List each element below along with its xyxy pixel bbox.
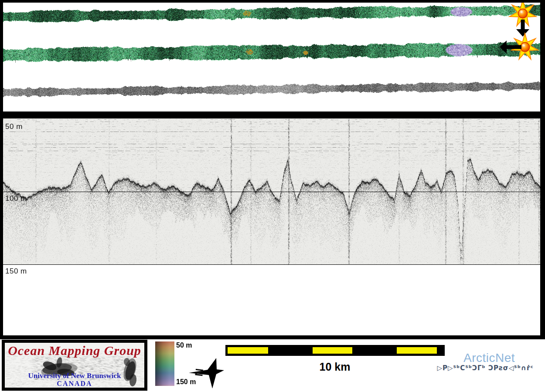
map-scale-bar (225, 345, 445, 356)
scale-bar-label: 10 km (291, 361, 378, 373)
frame-left (0, 0, 3, 339)
illumination-sun-arrow-left (500, 34, 538, 59)
logo-title: Ocean Mapping Group (5, 343, 144, 358)
logo-institution: University of New Brunswick (5, 372, 144, 380)
illumination-sun-arrow-down (510, 0, 536, 37)
frame-separator-upper (0, 112, 545, 118)
multibeam-swath-canvas (0, 0, 545, 112)
north-letter: N (193, 368, 206, 377)
ocean-mapping-group-logo: Ocean Mapping Group University of New Br… (2, 340, 147, 391)
arcticnet-inuktitut-name: ▷P▷⁵ᵇC⁵ᵇƆΓᵇ ƆPƨσ◁⁵ᵇ∩ṙᶜ (427, 364, 543, 372)
depth-label-100m: 100 m (5, 194, 27, 203)
scale-segment (397, 347, 437, 354)
arcticnet-wordmark: ArcticNet (446, 351, 533, 365)
frame-separator-lower (0, 335, 545, 339)
echogram-canvas (0, 118, 545, 336)
scale-segment (313, 347, 352, 354)
depth-colorbar (155, 341, 174, 386)
depth-label-150m: 150 m (5, 267, 27, 276)
survey-composite-figure: 50 m 100 m 150 m Ocean Mapping Group Uni… (0, 0, 545, 392)
frame-right (540, 0, 545, 339)
frame-top (0, 0, 545, 3)
colorbar-label-top: 50 m (176, 341, 192, 349)
scale-segment (228, 347, 268, 354)
logo-country: CANADA (5, 380, 144, 388)
north-arrow: N (187, 356, 229, 391)
depth-label-50m: 50 m (5, 122, 23, 131)
sun-illumination-symbols (497, 0, 545, 74)
